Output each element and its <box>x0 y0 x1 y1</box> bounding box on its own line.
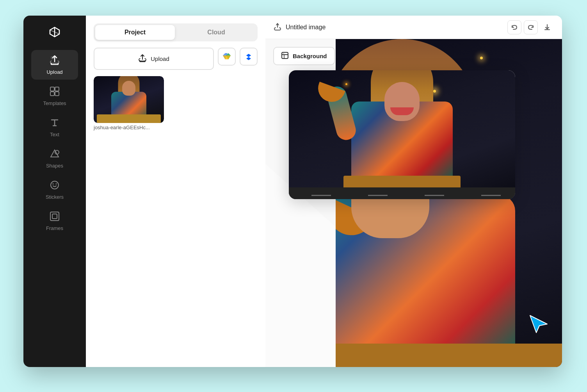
svg-rect-3 <box>55 87 59 91</box>
svg-rect-1 <box>51 56 54 59</box>
sidebar-item-label-templates: Templates <box>43 100 66 106</box>
redo-button[interactable] <box>524 20 538 34</box>
sidebar-item-stickers[interactable]: Stickers <box>31 175 78 205</box>
upload-button[interactable]: Upload <box>94 48 214 70</box>
sidebar: Upload Templates Text <box>23 16 86 367</box>
app-wrapper: Upload Templates Text <box>23 16 562 367</box>
sidebar-item-label-stickers: Stickers <box>46 194 64 200</box>
upload-btn-icon <box>138 54 147 64</box>
upload-actions: Upload <box>94 48 258 70</box>
shapes-icon <box>49 148 60 160</box>
templates-icon <box>49 86 60 98</box>
upload-icon <box>49 55 60 67</box>
cursor-arrow <box>527 312 550 336</box>
svg-rect-10 <box>50 212 59 221</box>
sidebar-item-label-upload: Upload <box>46 69 62 75</box>
file-grid: joshua-earle-aGEEsHc... <box>94 76 258 130</box>
undo-button[interactable] <box>507 20 521 34</box>
canvas-toolbar: Untitled image <box>265 16 562 39</box>
stickers-icon <box>49 180 60 192</box>
svg-point-8 <box>53 184 54 185</box>
main-image-card[interactable] <box>289 70 515 199</box>
canvas-content: Background <box>265 39 562 367</box>
dropbox-button[interactable] <box>240 48 258 66</box>
sidebar-item-shapes[interactable]: Shapes <box>31 144 78 173</box>
background-tag-icon <box>281 52 289 61</box>
sidebar-item-frames[interactable]: Frames <box>31 206 78 236</box>
sidebar-item-text[interactable]: Text <box>31 112 78 142</box>
upload-label: Upload <box>151 55 169 62</box>
file-name: joshua-earle-aGEEsHc... <box>94 125 258 130</box>
svg-point-9 <box>56 184 57 185</box>
file-thumbnail <box>94 76 164 123</box>
canvas-area: Untitled image <box>265 16 562 367</box>
sidebar-item-label-shapes: Shapes <box>46 163 63 169</box>
svg-rect-5 <box>55 92 59 96</box>
cloud-upload-icon <box>273 22 282 32</box>
background-tag-label: Background <box>293 53 327 59</box>
toolbar-actions <box>507 20 554 34</box>
svg-rect-15 <box>282 52 288 59</box>
frames-icon <box>49 211 60 223</box>
export-button[interactable] <box>540 20 554 34</box>
capcut-logo[interactable] <box>46 23 63 41</box>
sidebar-item-label-frames: Frames <box>46 225 63 231</box>
google-drive-button[interactable] <box>218 48 236 66</box>
sidebar-item-templates[interactable]: Templates <box>31 81 78 111</box>
svg-rect-4 <box>50 92 54 96</box>
svg-rect-11 <box>52 214 57 219</box>
sidebar-item-upload[interactable]: Upload <box>31 50 78 80</box>
toolbar-title-area: Untitled image <box>273 22 503 32</box>
tab-bar: Project Cloud <box>94 23 258 41</box>
list-item[interactable]: joshua-earle-aGEEsHc... <box>94 76 258 130</box>
left-panel: Project Cloud Upload <box>86 16 265 367</box>
text-icon <box>49 117 60 129</box>
tab-project[interactable]: Project <box>95 25 175 40</box>
svg-point-7 <box>51 181 59 189</box>
svg-rect-2 <box>50 87 54 91</box>
sidebar-item-label-text: Text <box>50 132 59 137</box>
document-title: Untitled image <box>286 24 326 31</box>
background-tag[interactable]: Background <box>273 47 335 65</box>
tab-cloud[interactable]: Cloud <box>176 25 256 40</box>
